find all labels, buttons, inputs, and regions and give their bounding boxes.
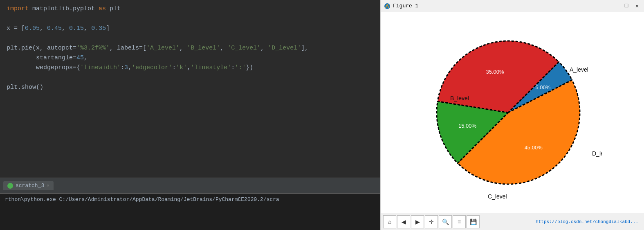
code-line: plt.pie(x, autopct='%3.2f%%', labels=['A… <box>7 43 374 53</box>
pct-b-level: 45.00% <box>525 144 543 151</box>
matplotlib-icon <box>384 3 390 9</box>
forward-button[interactable]: ▶ <box>411 215 424 228</box>
code-area: import matplotlib.pyplot as pltx = [0.05… <box>0 0 380 178</box>
window-controls[interactable]: — □ ✕ <box>612 2 641 9</box>
figure-window: Figure 1 — □ ✕ <box>380 0 644 230</box>
code-line: x = [0.05, 0.45, 0.15, 0.35] <box>7 24 374 34</box>
terminal-text: rthon\python.exe C:/Users/Administrator/… <box>5 196 279 203</box>
toolbar-url: https://blog.csdn.net/chongdialkabd... <box>536 219 642 224</box>
tab-name: scratch_3 <box>16 183 44 189</box>
code-line <box>7 34 374 43</box>
minimize-button[interactable]: — <box>612 2 619 9</box>
close-button[interactable]: ✕ <box>633 2 641 9</box>
python-icon <box>7 183 13 189</box>
editor-tab[interactable]: scratch_3 × <box>3 181 54 190</box>
figure-titlebar: Figure 1 — □ ✕ <box>381 0 644 12</box>
terminal-area: rthon\python.exe C:/Users/Administrator/… <box>0 193 380 230</box>
home-button[interactable]: ⌂ <box>383 215 396 228</box>
code-line: plt.show() <box>7 83 374 92</box>
tab-bar: scratch_3 × <box>0 178 380 193</box>
back-button[interactable]: ◀ <box>397 215 410 228</box>
label-c-level: C_level <box>488 193 507 200</box>
label-a-level: A_level <box>570 66 588 73</box>
zoom-button[interactable]: 🔍 <box>439 215 452 228</box>
pct-a-level: 5.00% <box>535 84 550 90</box>
figure-content: A_level B_level C_level D_level 5.00% 45… <box>381 12 644 213</box>
pct-c-level: 15.00% <box>458 123 477 129</box>
tab-close-button[interactable]: × <box>47 183 49 188</box>
figure-toolbar[interactable]: ⌂ ◀ ▶ ✛ 🔍 ≡ 💾 https://blog.csdn.net/chon… <box>381 213 644 230</box>
code-line <box>7 73 374 83</box>
label-b-level: B_level <box>450 95 469 101</box>
pie-chart-container: A_level B_level C_level D_level 5.00% 45… <box>422 25 602 201</box>
save-button[interactable]: 💾 <box>467 215 480 228</box>
code-line: startangle=45, <box>7 53 374 63</box>
configure-button[interactable]: ≡ <box>453 215 466 228</box>
code-line: wedgeprops={'linewidth':3,'edgecolor':'k… <box>7 63 374 73</box>
pan-button[interactable]: ✛ <box>425 215 438 228</box>
label-d-level: D_level <box>592 150 602 157</box>
figure-title: Figure 1 <box>393 3 418 9</box>
code-line: import matplotlib.pyplot as plt <box>7 4 374 14</box>
maximize-button[interactable]: □ <box>623 2 630 9</box>
figure-title-left: Figure 1 <box>384 3 418 9</box>
code-line <box>7 14 374 24</box>
pie-chart: A_level B_level C_level D_level 5.00% 45… <box>422 25 602 201</box>
code-editor: import matplotlib.pyplot as pltx = [0.05… <box>0 0 380 230</box>
pct-d-level: 35.00% <box>486 69 505 75</box>
